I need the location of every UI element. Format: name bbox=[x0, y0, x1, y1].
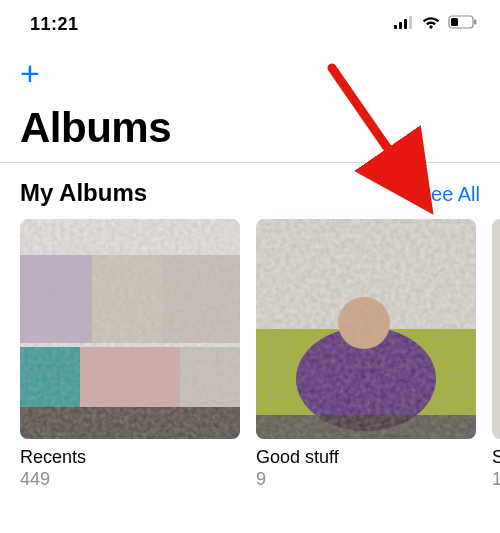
svg-rect-23 bbox=[492, 219, 500, 439]
svg-rect-0 bbox=[394, 25, 397, 29]
svg-rect-3 bbox=[409, 16, 412, 29]
svg-rect-22 bbox=[256, 219, 476, 439]
album-thumbnail[interactable] bbox=[20, 219, 240, 439]
page-title: Albums bbox=[0, 90, 500, 162]
section-header: My Albums See All bbox=[0, 163, 500, 219]
svg-rect-2 bbox=[404, 19, 407, 29]
wifi-icon bbox=[421, 15, 441, 33]
svg-rect-1 bbox=[399, 22, 402, 29]
add-icon[interactable]: + bbox=[20, 56, 40, 90]
album-title: S bbox=[492, 447, 500, 468]
svg-rect-6 bbox=[451, 18, 458, 26]
album-good-stuff[interactable]: Good stuff 9 bbox=[256, 219, 476, 490]
svg-rect-7 bbox=[474, 20, 476, 25]
album-thumbnail[interactable] bbox=[256, 219, 476, 439]
status-time: 11:21 bbox=[30, 14, 79, 35]
section-title: My Albums bbox=[20, 179, 147, 207]
album-count: 9 bbox=[256, 469, 476, 490]
album-count: 449 bbox=[20, 469, 240, 490]
svg-point-4 bbox=[429, 25, 432, 28]
album-thumbnail[interactable] bbox=[492, 219, 500, 439]
battery-icon bbox=[448, 15, 478, 33]
status-bar: 11:21 bbox=[0, 0, 500, 44]
album-row[interactable]: Recents 449 Good stuff 9 S 1 bbox=[0, 219, 500, 490]
album-count: 1 bbox=[492, 469, 500, 490]
see-all-button[interactable]: See All bbox=[418, 183, 480, 206]
nav-bar: + bbox=[0, 44, 500, 90]
album-peek[interactable]: S 1 bbox=[492, 219, 500, 490]
svg-rect-16 bbox=[20, 219, 240, 439]
album-title: Recents bbox=[20, 447, 240, 468]
album-recents[interactable]: Recents 449 bbox=[20, 219, 240, 490]
cellular-icon bbox=[394, 15, 414, 33]
album-title: Good stuff bbox=[256, 447, 476, 468]
status-right bbox=[394, 15, 478, 33]
